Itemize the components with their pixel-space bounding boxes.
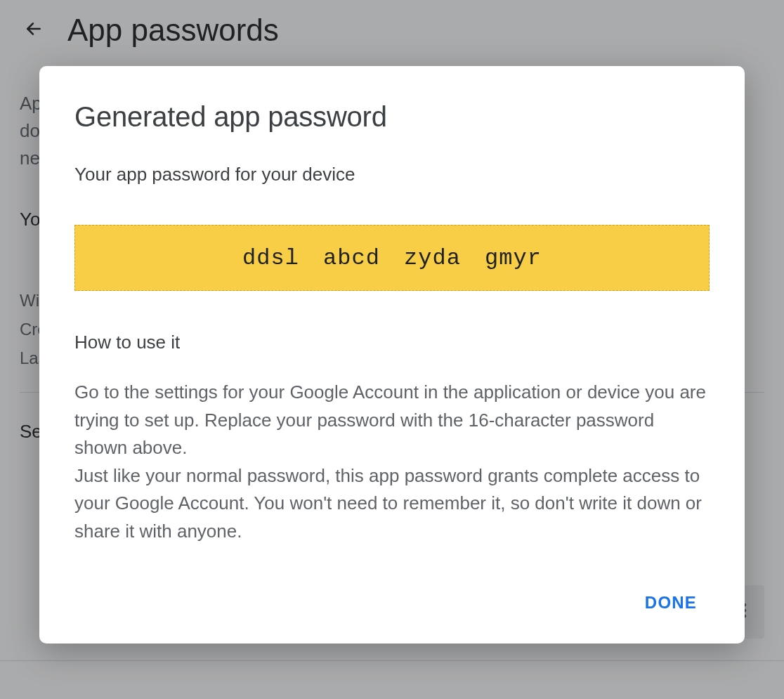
generated-password-text: ddsl abcd zyda gmyr xyxy=(242,245,542,271)
how-to-use-paragraph: Go to the settings for your Google Accou… xyxy=(74,379,710,462)
generated-password-box[interactable]: ddsl abcd zyda gmyr xyxy=(74,225,710,291)
how-to-use-heading: How to use it xyxy=(74,332,710,353)
how-to-use-paragraph: Just like your normal password, this app… xyxy=(74,462,710,546)
dialog-subtitle: Your app password for your device xyxy=(74,164,710,185)
generated-app-password-dialog: Generated app password Your app password… xyxy=(39,66,745,644)
dialog-title: Generated app password xyxy=(74,101,710,133)
dialog-actions: DONE xyxy=(74,584,710,621)
done-button[interactable]: DONE xyxy=(632,584,710,621)
